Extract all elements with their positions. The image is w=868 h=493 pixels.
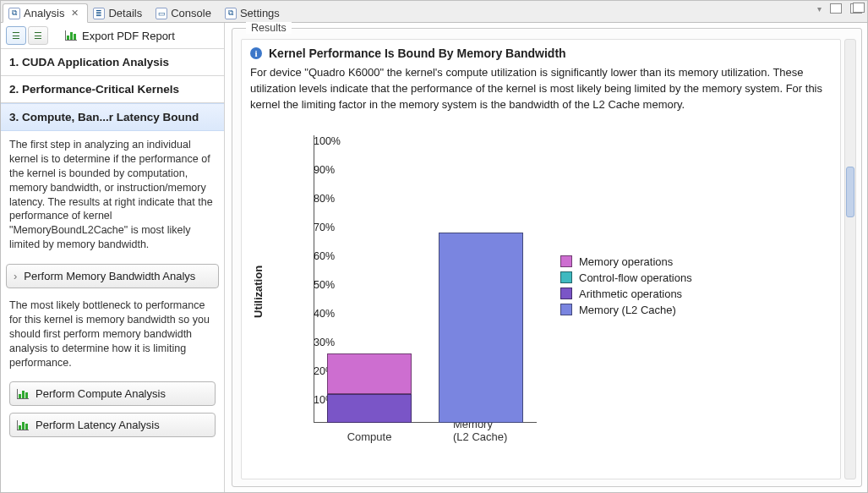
perform-latency-analysis-button[interactable]: Perform Latency Analysis [9, 413, 216, 437]
results-scrollbar[interactable] [844, 39, 856, 479]
tab-console[interactable]: ▭ Console [150, 4, 220, 22]
chart-gridline: 80% [314, 193, 537, 222]
results-title-row: i Kernel Performance Is Bound By Memory … [250, 45, 832, 65]
utilization-chart: Utilization 10%20%30%40%50%60%70%80%90%1… [250, 135, 832, 448]
results-panel: Results i Kernel Performance Is Bound By… [225, 23, 867, 492]
tab-label: Analysis [24, 7, 64, 19]
chart-y-tick-label: 100% [314, 135, 537, 147]
button-label: Perform Compute Analysis [35, 387, 166, 400]
step-label: 2. Performance-Critical Kernels [9, 83, 179, 96]
main-area: ☰ ☰ Export PDF Report 1. CUDA Applicatio… [1, 23, 867, 492]
step-label: 1. CUDA Application Analysis [9, 56, 169, 68]
export-pdf-button[interactable]: Export PDF Report [57, 27, 183, 45]
chart-legend-item: Arithmetic operations [560, 286, 692, 302]
step-1-cuda-app-analysis[interactable]: 1. CUDA Application Analysis [1, 49, 224, 76]
chart-bar-segment [327, 394, 412, 423]
tab-label: Details [108, 7, 142, 19]
legend-label: Control-flow operations [579, 271, 692, 284]
legend-swatch [560, 288, 572, 299]
chart-y-tick-label: 70% [314, 222, 537, 233]
step-2-perf-critical-kernels[interactable]: 2. Performance-Critical Kernels [1, 76, 224, 103]
chart-legend-item: Memory operations [560, 254, 692, 270]
scrollbar-thumb[interactable] [846, 167, 854, 217]
details-icon: ≣ [93, 8, 105, 19]
step-3-compute-bandwidth-latency[interactable]: 3. Compute, Ban...r Latency Bound [1, 103, 224, 131]
tabbar-window-controls [817, 3, 862, 14]
chart-y-tick-label: 80% [314, 193, 537, 205]
button-label: Perform Latency Analysis [35, 419, 160, 431]
chart-legend-item: Memory (L2 Cache) [560, 302, 692, 318]
collapse-all-icon[interactable]: ☰ [28, 26, 48, 45]
chart-bar-segment [327, 353, 412, 394]
view-menu-icon[interactable] [817, 3, 822, 14]
view-tabbar: ⧉ Analysis ✕ ≣ Details ▭ Console ⧉ Setti… [1, 1, 867, 23]
legend-label: Memory operations [579, 255, 673, 268]
minimize-view-icon[interactable] [830, 3, 842, 14]
close-icon[interactable]: ✕ [71, 8, 79, 19]
maximize-view-icon[interactable] [850, 3, 862, 14]
expand-all-icon[interactable]: ☰ [6, 26, 26, 45]
chart-y-tick-label: 90% [314, 164, 537, 176]
button-label: Perform Memory Bandwidth Analys [24, 270, 195, 282]
chart-gridline: 100% [314, 135, 537, 164]
step-description-1: The first step in analyzing an individua… [1, 131, 224, 260]
tab-label: Settings [240, 7, 280, 19]
sidebar-toolbar: ☰ ☰ Export PDF Report [1, 23, 224, 49]
console-icon: ▭ [156, 8, 167, 19]
tab-details[interactable]: ≣ Details [88, 4, 150, 22]
app-window: ⧉ Analysis ✕ ≣ Details ▭ Console ⧉ Setti… [0, 0, 868, 493]
bar-chart-icon [17, 389, 29, 399]
info-icon: i [250, 47, 262, 59]
analysis-sidebar: ☰ ☰ Export PDF Report 1. CUDA Applicatio… [1, 23, 225, 492]
bar-chart-icon [17, 420, 29, 430]
results-content: i Kernel Performance Is Bound By Memory … [241, 39, 841, 479]
legend-swatch [560, 271, 572, 283]
chart-legend: Memory operationsControl-flow operations… [560, 254, 692, 448]
results-title: Kernel Performance Is Bound By Memory Ba… [269, 47, 566, 60]
legend-label: Memory (L2 Cache) [579, 304, 676, 316]
chart-y-axis-label: Utilization [250, 135, 266, 448]
results-groupbox: Results i Kernel Performance Is Bound By… [232, 28, 862, 487]
chart-bar-segment [439, 233, 523, 422]
step-description-2: The most likely bottleneck to performanc… [1, 292, 224, 378]
chart-plot-area: 10%20%30%40%50%60%70%80%90%100%ComputeMe… [266, 135, 537, 448]
perform-memory-bandwidth-analysis-button[interactable]: › Perform Memory Bandwidth Analys [6, 264, 219, 288]
chart-x-category-label: Compute [347, 430, 392, 443]
settings-icon: ⧉ [225, 8, 237, 19]
analysis-icon: ⧉ [8, 8, 20, 19]
step-label: 3. Compute, Ban...r Latency Bound [9, 111, 199, 123]
results-body-text: For device "Quadro K6000" the kernel's c… [250, 65, 832, 113]
legend-label: Arithmetic operations [579, 288, 682, 300]
bar-chart-icon [65, 30, 77, 41]
results-groupbox-title: Results [246, 22, 292, 34]
tab-settings[interactable]: ⧉ Settings [220, 4, 288, 22]
tab-analysis[interactable]: ⧉ Analysis ✕ [3, 3, 88, 23]
export-pdf-label: Export PDF Report [82, 30, 175, 42]
chart-legend-item: Control-flow operations [560, 270, 692, 286]
tab-label: Console [171, 7, 211, 19]
chart-gridline: 90% [314, 164, 537, 193]
legend-swatch [560, 255, 572, 267]
legend-swatch [560, 304, 572, 315]
perform-compute-analysis-button[interactable]: Perform Compute Analysis [9, 381, 216, 406]
chevron-label: › [14, 270, 17, 282]
